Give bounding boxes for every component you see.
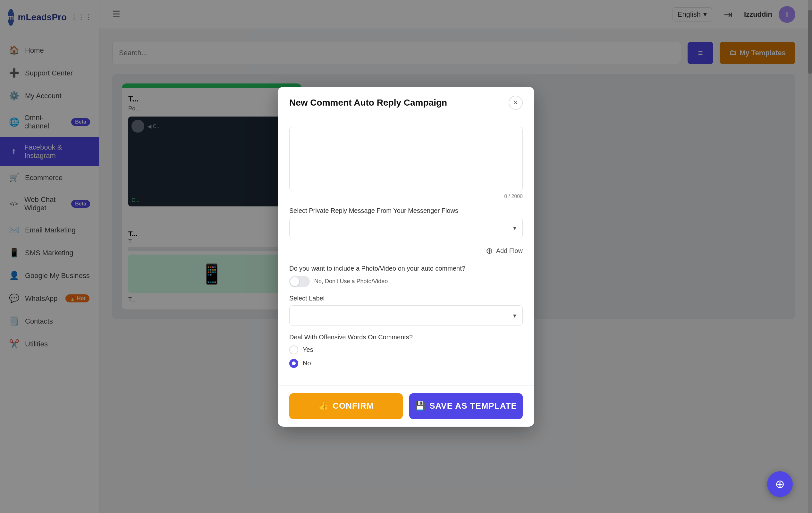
private-reply-wrapper: ▾ bbox=[289, 218, 523, 238]
plus-circle-icon: ⊕ bbox=[486, 246, 493, 256]
select-label-wrapper: ▾ bbox=[289, 305, 523, 326]
offensive-words-label: Deal With Offensive Words On Comments? bbox=[289, 333, 523, 341]
offensive-words-group: Deal With Offensive Words On Comments? Y… bbox=[289, 333, 523, 368]
modal-overlay: New Comment Auto Reply Campaign × 0 / 20… bbox=[0, 0, 812, 513]
support-bubble-button[interactable]: ⊕ bbox=[767, 471, 793, 497]
save-template-label: SAVE AS TEMPLATE bbox=[429, 401, 517, 411]
toggle-knob bbox=[290, 277, 299, 286]
modal-header: New Comment Auto Reply Campaign × bbox=[278, 87, 534, 117]
radio-no-option[interactable]: No bbox=[289, 359, 523, 368]
select-label-label: Select Label bbox=[289, 295, 523, 302]
add-flow-label: Add Flow bbox=[496, 247, 523, 254]
photo-section: Do you want to include a Photo/Video on … bbox=[289, 265, 523, 287]
modal-title: New Comment Auto Reply Campaign bbox=[289, 98, 447, 108]
char-count: 0 / 2000 bbox=[289, 194, 523, 199]
radio-yes-option[interactable]: Yes bbox=[289, 345, 523, 354]
radio-yes-label: Yes bbox=[303, 346, 313, 353]
confirm-label: CONFIRM bbox=[332, 401, 374, 411]
save-icon: 💾 bbox=[415, 401, 426, 411]
confirm-button[interactable]: 👍 CONFIRM bbox=[289, 393, 403, 419]
modal-footer: 👍 CONFIRM 💾 SAVE AS TEMPLATE bbox=[278, 385, 534, 427]
modal-close-button[interactable]: × bbox=[509, 96, 523, 110]
save-as-template-button[interactable]: 💾 SAVE AS TEMPLATE bbox=[409, 393, 523, 419]
add-flow-button[interactable]: ⊕ Add Flow bbox=[289, 246, 523, 256]
modal: New Comment Auto Reply Campaign × 0 / 20… bbox=[278, 87, 534, 427]
message-textarea[interactable] bbox=[289, 127, 523, 191]
photo-toggle[interactable] bbox=[289, 276, 310, 287]
thumbs-up-icon: 👍 bbox=[318, 401, 329, 411]
modal-body: 0 / 2000 Select Private Reply Message Fr… bbox=[278, 117, 534, 385]
radio-yes-circle bbox=[289, 345, 298, 354]
photo-label: Do you want to include a Photo/Video on … bbox=[289, 265, 523, 272]
label-select[interactable] bbox=[289, 305, 523, 326]
radio-no-circle bbox=[289, 359, 298, 368]
private-reply-select[interactable] bbox=[289, 218, 523, 238]
radio-no-label: No bbox=[303, 359, 311, 367]
toggle-label: No, Don't Use a Photo/Video bbox=[314, 278, 388, 285]
toggle-row: No, Don't Use a Photo/Video bbox=[289, 276, 523, 287]
support-icon: ⊕ bbox=[775, 477, 785, 491]
private-reply-label: Select Private Reply Message From Your M… bbox=[289, 207, 523, 214]
